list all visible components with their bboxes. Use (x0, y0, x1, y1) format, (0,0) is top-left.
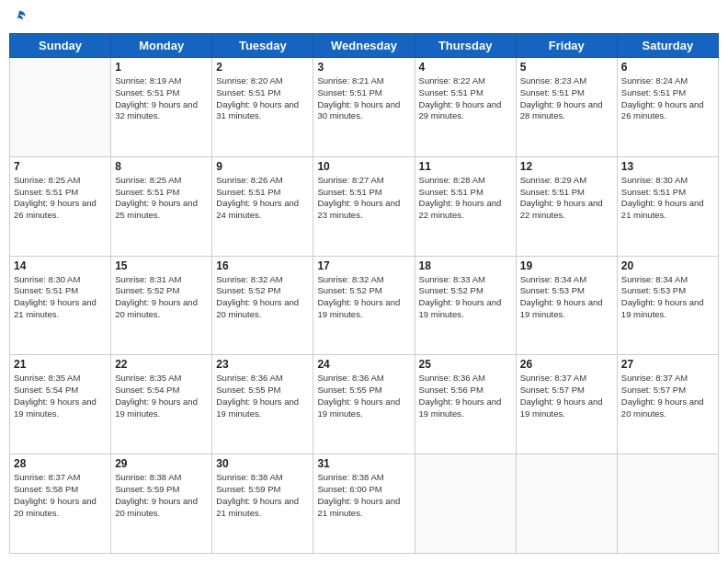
cell-info: Sunrise: 8:31 AMSunset: 5:52 PMDaylight:… (115, 274, 208, 321)
calendar-cell: 13Sunrise: 8:30 AMSunset: 5:51 PMDayligh… (617, 156, 718, 256)
cell-info: Sunrise: 8:35 AMSunset: 5:54 PMDaylight:… (14, 373, 107, 419)
calendar-cell: 27Sunrise: 8:37 AMSunset: 5:57 PMDayligh… (617, 355, 718, 454)
calendar-cell: 14Sunrise: 8:30 AMSunset: 5:51 PMDayligh… (10, 256, 111, 355)
page: SundayMondayTuesdayWednesdayThursdayFrid… (0, 0, 728, 563)
cell-info: Sunrise: 8:26 AMSunset: 5:51 PMDaylight:… (216, 175, 309, 222)
cell-info: Sunrise: 8:34 AMSunset: 5:53 PMDaylight:… (520, 274, 613, 321)
calendar-cell: 2Sunrise: 8:20 AMSunset: 5:51 PMDaylight… (212, 58, 313, 157)
cell-info: Sunrise: 8:30 AMSunset: 5:51 PMDaylight:… (621, 175, 714, 222)
cell-info: Sunrise: 8:37 AMSunset: 5:57 PMDaylight:… (621, 373, 714, 419)
day-number: 11 (419, 160, 512, 173)
day-number: 2 (216, 61, 309, 74)
day-number: 8 (115, 160, 208, 173)
day-header-monday: Monday (111, 34, 212, 58)
day-number: 19 (520, 259, 613, 272)
calendar-table: SundayMondayTuesdayWednesdayThursdayFrid… (9, 33, 719, 554)
day-number: 22 (115, 358, 208, 371)
cell-info: Sunrise: 8:38 AMSunset: 6:00 PMDaylight:… (317, 472, 410, 519)
cell-info: Sunrise: 8:25 AMSunset: 5:51 PMDaylight:… (115, 175, 208, 222)
day-number: 21 (14, 358, 107, 371)
cell-info: Sunrise: 8:28 AMSunset: 5:51 PMDaylight:… (419, 175, 512, 222)
calendar-cell: 8Sunrise: 8:25 AMSunset: 5:51 PMDaylight… (111, 156, 212, 256)
day-number: 9 (216, 160, 309, 173)
calendar-cell: 28Sunrise: 8:37 AMSunset: 5:58 PMDayligh… (10, 454, 111, 554)
day-header-saturday: Saturday (617, 34, 718, 58)
calendar-cell: 30Sunrise: 8:38 AMSunset: 5:59 PMDayligh… (212, 454, 313, 554)
calendar-cell: 22Sunrise: 8:35 AMSunset: 5:54 PMDayligh… (111, 355, 212, 454)
cell-info: Sunrise: 8:22 AMSunset: 5:51 PMDaylight:… (419, 75, 512, 122)
day-number: 23 (216, 358, 309, 371)
cell-info: Sunrise: 8:30 AMSunset: 5:51 PMDaylight:… (14, 274, 107, 321)
day-header-sunday: Sunday (10, 34, 111, 58)
day-number: 20 (621, 259, 714, 272)
calendar-cell: 9Sunrise: 8:26 AMSunset: 5:51 PMDaylight… (212, 156, 313, 256)
cell-info: Sunrise: 8:20 AMSunset: 5:51 PMDaylight:… (216, 75, 309, 122)
header (9, 9, 719, 26)
cell-info: Sunrise: 8:38 AMSunset: 5:59 PMDaylight:… (115, 472, 208, 519)
day-number: 31 (317, 457, 410, 470)
cell-info: Sunrise: 8:21 AMSunset: 5:51 PMDaylight:… (317, 75, 410, 122)
day-number: 14 (14, 259, 107, 272)
day-number: 15 (115, 259, 208, 272)
cell-info: Sunrise: 8:36 AMSunset: 5:55 PMDaylight:… (317, 373, 410, 419)
calendar-cell: 5Sunrise: 8:23 AMSunset: 5:51 PMDaylight… (516, 58, 617, 157)
day-number: 5 (520, 61, 613, 74)
calendar-cell: 19Sunrise: 8:34 AMSunset: 5:53 PMDayligh… (516, 256, 617, 355)
day-number: 10 (317, 160, 410, 173)
cell-info: Sunrise: 8:37 AMSunset: 5:58 PMDaylight:… (14, 472, 107, 519)
calendar-cell (10, 58, 111, 157)
calendar-week-5: 28Sunrise: 8:37 AMSunset: 5:58 PMDayligh… (10, 454, 719, 554)
calendar-cell: 16Sunrise: 8:32 AMSunset: 5:52 PMDayligh… (212, 256, 313, 355)
day-number: 12 (520, 160, 613, 173)
cell-info: Sunrise: 8:25 AMSunset: 5:51 PMDaylight:… (14, 175, 107, 222)
calendar-cell: 4Sunrise: 8:22 AMSunset: 5:51 PMDaylight… (415, 58, 516, 157)
day-number: 27 (621, 358, 714, 371)
day-number: 17 (317, 259, 410, 272)
cell-info: Sunrise: 8:34 AMSunset: 5:53 PMDaylight:… (621, 274, 714, 321)
calendar-cell (415, 454, 516, 554)
calendar-week-3: 14Sunrise: 8:30 AMSunset: 5:51 PMDayligh… (10, 256, 719, 355)
day-number: 7 (14, 160, 107, 173)
calendar-cell: 15Sunrise: 8:31 AMSunset: 5:52 PMDayligh… (111, 256, 212, 355)
calendar-cell: 20Sunrise: 8:34 AMSunset: 5:53 PMDayligh… (617, 256, 718, 355)
calendar-cell: 24Sunrise: 8:36 AMSunset: 5:55 PMDayligh… (313, 355, 415, 454)
calendar-week-2: 7Sunrise: 8:25 AMSunset: 5:51 PMDaylight… (10, 156, 719, 256)
day-number: 4 (419, 61, 512, 74)
day-number: 13 (621, 160, 714, 173)
cell-info: Sunrise: 8:23 AMSunset: 5:51 PMDaylight:… (520, 75, 613, 122)
day-number: 6 (621, 61, 714, 74)
day-header-friday: Friday (516, 34, 617, 58)
day-header-thursday: Thursday (415, 34, 516, 58)
day-number: 16 (216, 259, 309, 272)
day-number: 25 (419, 358, 512, 371)
calendar-cell (516, 454, 617, 554)
logo (9, 9, 28, 26)
cell-info: Sunrise: 8:19 AMSunset: 5:51 PMDaylight:… (115, 75, 208, 122)
day-number: 24 (317, 358, 410, 371)
day-header-wednesday: Wednesday (313, 34, 415, 58)
day-number: 29 (115, 457, 208, 470)
calendar-header-row: SundayMondayTuesdayWednesdayThursdayFrid… (10, 34, 719, 58)
day-number: 28 (14, 457, 107, 470)
cell-info: Sunrise: 8:24 AMSunset: 5:51 PMDaylight:… (621, 75, 714, 122)
calendar-cell: 17Sunrise: 8:32 AMSunset: 5:52 PMDayligh… (313, 256, 415, 355)
cell-info: Sunrise: 8:29 AMSunset: 5:51 PMDaylight:… (520, 175, 613, 222)
cell-info: Sunrise: 8:36 AMSunset: 5:56 PMDaylight:… (419, 373, 512, 419)
cell-info: Sunrise: 8:37 AMSunset: 5:57 PMDaylight:… (520, 373, 613, 419)
calendar-cell: 23Sunrise: 8:36 AMSunset: 5:55 PMDayligh… (212, 355, 313, 454)
calendar-cell: 29Sunrise: 8:38 AMSunset: 5:59 PMDayligh… (111, 454, 212, 554)
calendar-cell: 3Sunrise: 8:21 AMSunset: 5:51 PMDaylight… (313, 58, 415, 157)
calendar-cell: 31Sunrise: 8:38 AMSunset: 6:00 PMDayligh… (313, 454, 415, 554)
calendar-cell: 25Sunrise: 8:36 AMSunset: 5:56 PMDayligh… (415, 355, 516, 454)
calendar-cell: 26Sunrise: 8:37 AMSunset: 5:57 PMDayligh… (516, 355, 617, 454)
cell-info: Sunrise: 8:32 AMSunset: 5:52 PMDaylight:… (317, 274, 410, 321)
calendar-week-1: 1Sunrise: 8:19 AMSunset: 5:51 PMDaylight… (10, 58, 719, 157)
calendar-cell: 11Sunrise: 8:28 AMSunset: 5:51 PMDayligh… (415, 156, 516, 256)
cell-info: Sunrise: 8:38 AMSunset: 5:59 PMDaylight:… (216, 472, 309, 519)
cell-info: Sunrise: 8:36 AMSunset: 5:55 PMDaylight:… (216, 373, 309, 419)
calendar-week-4: 21Sunrise: 8:35 AMSunset: 5:54 PMDayligh… (10, 355, 719, 454)
calendar-cell: 18Sunrise: 8:33 AMSunset: 5:52 PMDayligh… (415, 256, 516, 355)
cell-info: Sunrise: 8:35 AMSunset: 5:54 PMDaylight:… (115, 373, 208, 419)
logo-bird-icon (11, 9, 28, 26)
cell-info: Sunrise: 8:32 AMSunset: 5:52 PMDaylight:… (216, 274, 309, 321)
